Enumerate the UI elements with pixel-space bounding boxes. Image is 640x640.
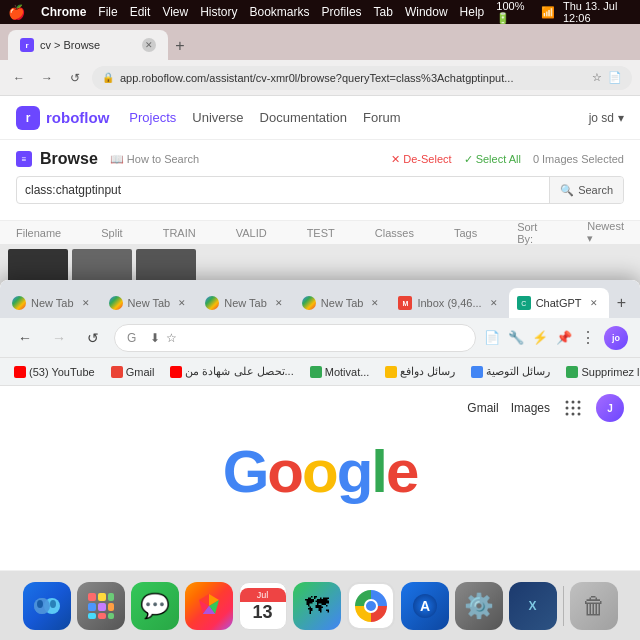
bookmark-arabic3[interactable]: رسائل التوصية (465, 363, 556, 380)
more-icon[interactable]: ⋮ (580, 328, 596, 347)
deselect-btn[interactable]: ✕ De-Select (391, 153, 451, 166)
tab-close-2[interactable]: ✕ (175, 296, 189, 310)
new-tab-btn-bg[interactable]: + (168, 34, 192, 58)
tab-close-chatgpt[interactable]: ✕ (587, 296, 601, 310)
menu-history[interactable]: History (200, 5, 237, 19)
tab-newtab-1[interactable]: New Tab ✕ (4, 288, 101, 318)
svg-rect-21 (98, 613, 106, 619)
gmail-link[interactable]: Gmail (467, 401, 498, 415)
reload-btn-bg[interactable]: ↺ (64, 67, 86, 89)
search-button-roboflow[interactable]: 🔍 Search (549, 177, 623, 203)
nav-forum[interactable]: Forum (363, 110, 401, 125)
bookmark-arabic2[interactable]: رسائل دوافع (379, 363, 461, 380)
url-bar-bg[interactable]: 🔒 app.roboflow.com/assistant/cv-xmr0l/br… (92, 66, 632, 90)
dock-chrome[interactable] (347, 582, 395, 630)
roboflow-tab-label: cv > Browse (40, 39, 100, 51)
tab-newtab-2[interactable]: New Tab ✕ (101, 288, 198, 318)
pin-icon: 📌 (556, 330, 572, 345)
google-account-avatar[interactable]: J (596, 394, 624, 422)
forward-btn-bg[interactable]: → (36, 67, 58, 89)
col-split: Split (101, 227, 122, 239)
bookmark-youtube[interactable]: (53) YouTube (8, 364, 101, 380)
svg-point-12 (37, 600, 43, 608)
arabic2-bookmark-label: رسائل دوافع (400, 365, 455, 378)
search-input-roboflow[interactable] (17, 183, 549, 197)
menu-help[interactable]: Help (460, 5, 485, 19)
svg-point-1 (572, 401, 575, 404)
dock-settings[interactable]: ⚙️ (455, 582, 503, 630)
extensions-icon[interactable]: ⚡ (532, 330, 548, 345)
google-apps-button[interactable] (562, 397, 584, 419)
menu-tab[interactable]: Tab (374, 5, 393, 19)
menu-bookmarks[interactable]: Bookmarks (250, 5, 310, 19)
roboflow-logo-icon: r (16, 106, 40, 130)
tab-newtab-3[interactable]: New Tab ✕ (197, 288, 294, 318)
nav-documentation[interactable]: Documentation (260, 110, 347, 125)
dock-photos[interactable] (185, 582, 233, 630)
forward-btn-fg[interactable]: → (46, 325, 72, 351)
pdf-icon-bg: 📄 (608, 71, 622, 84)
tab-bar-fg: New Tab ✕ New Tab ✕ New Tab ✕ New Tab ✕ … (0, 280, 640, 318)
tab-close-gmail[interactable]: ✕ (487, 296, 501, 310)
tab-bar-bg: r cv > Browse ✕ + (0, 24, 640, 60)
bookmark-arabic1[interactable]: تحصل على شهادة من... (164, 363, 299, 380)
url-box-fg[interactable]: G ⬇ ☆ (114, 324, 476, 352)
tab-gmail[interactable]: M Inbox (9,46... ✕ (390, 288, 508, 318)
back-btn-bg[interactable]: ← (8, 67, 30, 89)
tab-chatgpt[interactable]: C ChatGPT ✕ (509, 288, 609, 318)
star-icon-bg[interactable]: ☆ (592, 71, 602, 84)
star-icon-fg[interactable]: ☆ (166, 331, 177, 345)
profile-avatar[interactable]: jo (604, 326, 628, 350)
col-newest[interactable]: Newest ▾ (587, 220, 624, 245)
roboflow-content: ≡ Browse 📖 How to Search ✕ De-Select ✓ S… (0, 140, 640, 220)
calendar-month: Jul (240, 588, 286, 602)
chrome-ext-icon: 🔧 (508, 330, 524, 345)
col-tags: Tags (454, 227, 477, 239)
tab-close-4[interactable]: ✕ (368, 296, 382, 310)
back-btn-fg[interactable]: ← (12, 325, 38, 351)
select-all-btn[interactable]: ✓ Select All (464, 153, 521, 166)
reload-btn-fg[interactable]: ↺ (80, 325, 106, 351)
menu-edit[interactable]: Edit (130, 5, 151, 19)
supprimez-bookmark-icon (566, 366, 578, 378)
bookmark-motivat[interactable]: Motivat... (304, 364, 376, 380)
bookmark-gmail[interactable]: Gmail (105, 364, 161, 380)
tab-favicon-chrome-3 (205, 296, 219, 310)
tab-close-1[interactable]: ✕ (79, 296, 93, 310)
tab-newtab-4[interactable]: New Tab ✕ (294, 288, 391, 318)
tab-close-3[interactable]: ✕ (272, 296, 286, 310)
dock-messages[interactable]: 💬 (131, 582, 179, 630)
dock-launchpad[interactable] (77, 582, 125, 630)
roboflow-tab[interactable]: r cv > Browse ✕ (8, 30, 168, 60)
svg-rect-20 (88, 613, 96, 619)
menu-file[interactable]: File (98, 5, 117, 19)
col-test: TEST (307, 227, 335, 239)
browse-help[interactable]: 📖 How to Search (110, 153, 199, 166)
menu-view[interactable]: View (162, 5, 188, 19)
dock-finder[interactable] (23, 582, 71, 630)
images-link[interactable]: Images (511, 401, 550, 415)
new-tab-button[interactable]: + (609, 290, 635, 316)
tab-favicon-chrome-1 (12, 296, 26, 310)
motivat-bookmark-icon (310, 366, 322, 378)
tab-label-4: New Tab (321, 297, 364, 309)
roboflow-logo[interactable]: r roboflow (16, 106, 109, 130)
menu-window[interactable]: Window (405, 5, 448, 19)
apple-menu[interactable]: 🍎 (8, 4, 25, 20)
app-name[interactable]: Chrome (41, 5, 86, 19)
google-logo: Google (223, 442, 418, 502)
nav-projects[interactable]: Projects (129, 110, 176, 125)
clock: Thu 13. Jul 12:06 (563, 0, 632, 24)
dock-maps[interactable]: 🗺 (293, 582, 341, 630)
dock-xcode[interactable]: X (509, 582, 557, 630)
svg-rect-15 (98, 593, 106, 601)
roboflow-tab-close[interactable]: ✕ (142, 38, 156, 52)
dock-appstore[interactable]: A (401, 582, 449, 630)
nav-user[interactable]: jo sd ▾ (589, 111, 624, 125)
dock-calendar[interactable]: Jul 13 (239, 582, 287, 630)
menu-profiles[interactable]: Profiles (322, 5, 362, 19)
dock-trash[interactable]: 🗑 (570, 582, 618, 630)
battery-level: 100% 🔋 (496, 0, 533, 25)
bookmark-supprimez[interactable]: Supprimez l'arrièr... (560, 364, 640, 380)
nav-universe[interactable]: Universe (192, 110, 243, 125)
